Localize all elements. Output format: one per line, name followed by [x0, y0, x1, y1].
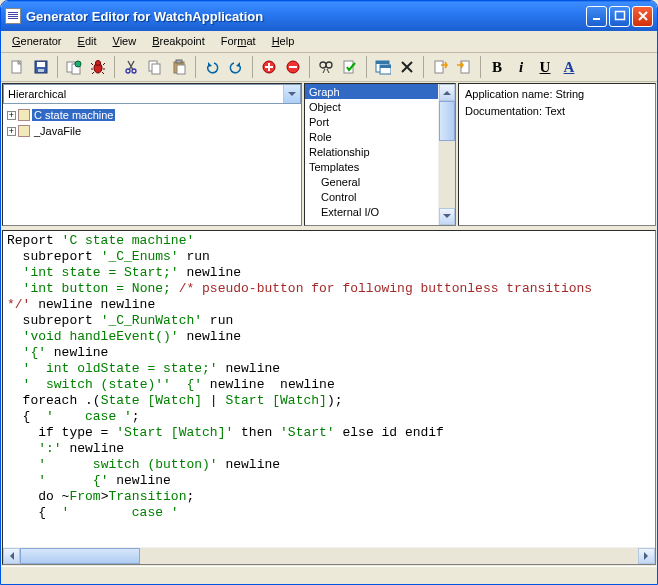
list-item[interactable]: Graph — [305, 84, 438, 99]
import-icon[interactable] — [452, 55, 476, 79]
svg-rect-17 — [176, 60, 182, 63]
menu-help[interactable]: Help — [265, 33, 302, 49]
italic-button[interactable]: i — [509, 55, 533, 79]
tree-item[interactable]: +_JavaFile — [5, 123, 299, 139]
check-icon[interactable] — [338, 55, 362, 79]
svg-rect-16 — [177, 65, 185, 74]
list-item[interactable]: Control — [305, 189, 438, 204]
hierarchy-combo-text: Hierarchical — [4, 88, 283, 100]
svg-rect-0 — [593, 18, 600, 20]
delete-icon[interactable] — [395, 55, 419, 79]
close-button[interactable] — [632, 6, 653, 27]
list-item[interactable]: Object — [305, 99, 438, 114]
menu-format[interactable]: Format — [214, 33, 263, 49]
menu-breakpoint[interactable]: Breakpoint — [145, 33, 212, 49]
scrollbar-vertical[interactable] — [438, 84, 455, 225]
hierarchy-panel: Hierarchical +C state machine+_JavaFile — [2, 83, 302, 226]
toolbar: B i U A — [1, 53, 657, 82]
remove-icon[interactable] — [281, 55, 305, 79]
text-color-button[interactable]: A — [557, 55, 581, 79]
statusbar — [1, 566, 657, 585]
menu-generator[interactable]: Generator — [5, 33, 69, 49]
scroll-thumb-h[interactable] — [20, 548, 140, 564]
report-icon — [18, 125, 30, 137]
code-editor[interactable]: Report 'C state machine' subreport '_C_E… — [3, 231, 655, 547]
window-title: Generator Editor for WatchApplication — [26, 9, 586, 24]
scroll-down-button[interactable] — [439, 208, 455, 225]
bold-button[interactable]: B — [485, 55, 509, 79]
expand-icon[interactable]: + — [7, 127, 16, 136]
export-icon[interactable] — [428, 55, 452, 79]
svg-point-21 — [326, 62, 332, 68]
tree-item-label: _JavaFile — [32, 125, 83, 137]
scroll-right-button[interactable] — [638, 548, 655, 564]
titlebar: Generator Editor for WatchApplication — [1, 1, 657, 31]
property-row: Application name: String — [463, 86, 651, 103]
app-icon — [5, 8, 21, 24]
svg-rect-4 — [37, 62, 45, 67]
type-list-panel: GraphObjectPortRoleRelationshipTemplates… — [304, 83, 456, 226]
svg-rect-26 — [380, 65, 391, 68]
svg-point-8 — [75, 61, 81, 67]
debug-icon[interactable] — [86, 55, 110, 79]
hierarchy-tree[interactable]: +C state machine+_JavaFile — [3, 106, 301, 140]
svg-point-10 — [96, 61, 101, 66]
svg-rect-5 — [38, 69, 44, 72]
svg-rect-14 — [152, 64, 160, 74]
svg-point-11 — [126, 69, 130, 73]
scroll-thumb[interactable] — [439, 101, 455, 141]
find-icon[interactable] — [314, 55, 338, 79]
list-item[interactable]: General — [305, 174, 438, 189]
minimize-button[interactable] — [586, 6, 607, 27]
svg-rect-24 — [376, 61, 389, 64]
tree-item[interactable]: +C state machine — [5, 107, 299, 123]
paste-icon[interactable] — [167, 55, 191, 79]
save-icon[interactable] — [29, 55, 53, 79]
list-item[interactable]: Port — [305, 114, 438, 129]
menu-edit[interactable]: Edit — [71, 33, 104, 49]
list-item[interactable]: Templates — [305, 159, 438, 174]
scroll-up-button[interactable] — [439, 84, 455, 101]
add-icon[interactable] — [257, 55, 281, 79]
window-icon[interactable] — [371, 55, 395, 79]
list-item[interactable]: Relationship — [305, 144, 438, 159]
menu-view[interactable]: View — [106, 33, 144, 49]
new-icon[interactable] — [5, 55, 29, 79]
property-row: Documentation: Text — [463, 103, 651, 120]
tree-item-label: C state machine — [32, 109, 115, 121]
svg-point-20 — [320, 62, 326, 68]
hierarchy-combo[interactable]: Hierarchical — [3, 84, 301, 104]
list-item[interactable]: External I/O — [305, 204, 438, 219]
menubar: Generator Edit View Breakpoint Format He… — [1, 31, 657, 53]
svg-point-12 — [132, 69, 136, 73]
type-list[interactable]: GraphObjectPortRoleRelationshipTemplates… — [305, 84, 438, 225]
scrollbar-horizontal[interactable] — [3, 547, 655, 564]
redo-icon[interactable] — [224, 55, 248, 79]
cut-icon[interactable] — [119, 55, 143, 79]
copy-icon[interactable] — [143, 55, 167, 79]
code-editor-panel: Report 'C state machine' subreport '_C_E… — [2, 230, 656, 565]
underline-button[interactable]: U — [533, 55, 557, 79]
scroll-left-button[interactable] — [3, 548, 20, 564]
report-icon — [18, 109, 30, 121]
list-item[interactable]: Role — [305, 129, 438, 144]
run-icon[interactable] — [62, 55, 86, 79]
undo-icon[interactable] — [200, 55, 224, 79]
svg-rect-27 — [435, 61, 443, 73]
svg-rect-1 — [615, 12, 624, 20]
maximize-button[interactable] — [609, 6, 630, 27]
expand-icon[interactable]: + — [7, 111, 16, 120]
dropdown-icon[interactable] — [283, 85, 300, 103]
properties-panel: Application name: StringDocumentation: T… — [458, 83, 656, 226]
